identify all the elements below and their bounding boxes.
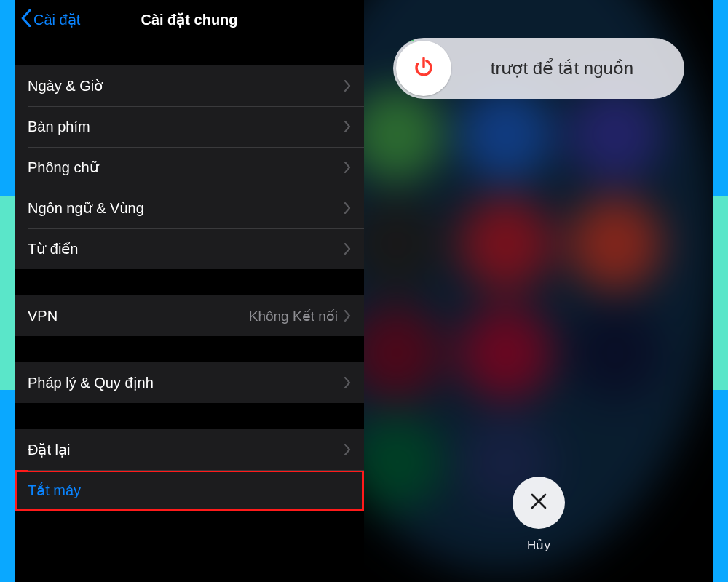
row-label: Ngày & Giờ xyxy=(28,77,344,95)
poweroff-pane: trượt để tắt nguồn Hủy xyxy=(364,0,713,582)
row-value: Không Kết nối xyxy=(249,308,338,324)
row-fonts[interactable]: Phông chữ xyxy=(15,147,364,188)
row-keyboard[interactable]: Bàn phím xyxy=(15,106,364,147)
row-label: VPN xyxy=(28,308,249,324)
row-reset[interactable]: Đặt lại xyxy=(15,429,364,470)
chevron-right-icon xyxy=(344,202,351,214)
row-date-time[interactable]: Ngày & Giờ xyxy=(15,65,364,106)
back-button[interactable]: Cài đặt xyxy=(20,9,80,31)
group-separator xyxy=(15,336,364,362)
cancel-button[interactable] xyxy=(513,477,565,529)
row-language-region[interactable]: Ngôn ngữ & Vùng xyxy=(15,188,364,228)
group-separator xyxy=(15,39,364,65)
close-icon xyxy=(529,492,548,514)
row-label: Pháp lý & Quy định xyxy=(28,374,344,391)
row-vpn[interactable]: VPN Không Kết nối xyxy=(15,295,364,336)
row-label: Đặt lại xyxy=(28,441,344,458)
back-label: Cài đặt xyxy=(33,11,80,28)
row-label: Phông chữ xyxy=(28,159,344,176)
chevron-right-icon xyxy=(344,310,351,322)
chevron-right-icon xyxy=(344,121,351,132)
power-knob[interactable] xyxy=(396,41,451,96)
chevron-right-icon xyxy=(344,162,351,173)
cancel-area: Hủy xyxy=(513,477,565,553)
power-off-slider[interactable]: trượt để tắt nguồn xyxy=(393,38,684,99)
stage: Cài đặt Cài đặt chung Ngày & Giờ Bàn phí… xyxy=(0,0,728,582)
slider-label: trượt để tắt nguồn xyxy=(454,58,684,79)
chevron-left-icon xyxy=(20,9,32,31)
chevron-right-icon xyxy=(344,444,351,455)
chevron-right-icon xyxy=(344,80,351,92)
settings-pane: Cài đặt Cài đặt chung Ngày & Giờ Bàn phí… xyxy=(15,0,364,582)
cancel-label: Hủy xyxy=(527,538,550,553)
chevron-right-icon xyxy=(344,377,351,388)
row-label: Bàn phím xyxy=(28,119,344,135)
row-dictionary[interactable]: Từ điển xyxy=(15,228,364,269)
row-shutdown[interactable]: Tắt máy xyxy=(15,470,364,511)
row-legal[interactable]: Pháp lý & Quy định xyxy=(15,362,364,403)
chevron-right-icon xyxy=(344,243,351,255)
power-icon xyxy=(411,55,436,82)
row-label: Từ điển xyxy=(28,240,344,258)
group-separator xyxy=(15,269,364,295)
row-label: Tắt máy xyxy=(28,482,351,499)
group-separator xyxy=(15,403,364,429)
row-label: Ngôn ngữ & Vùng xyxy=(28,199,344,217)
nav-bar: Cài đặt Cài đặt chung xyxy=(15,0,364,39)
